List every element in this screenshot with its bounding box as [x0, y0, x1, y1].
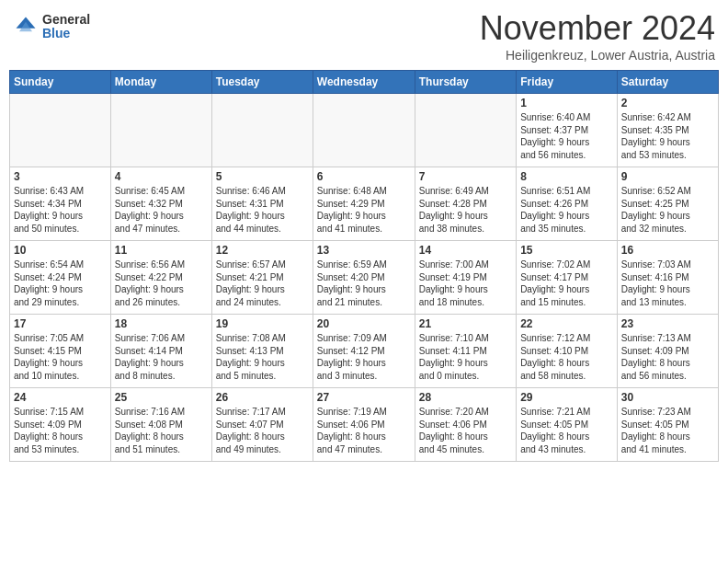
day-cell: 13Sunrise: 6:59 AM Sunset: 4:20 PM Dayli… — [313, 241, 415, 315]
day-number: 2 — [621, 97, 714, 109]
day-number: 30 — [621, 391, 714, 404]
day-number: 11 — [115, 244, 208, 257]
day-info: Sunrise: 7:19 AM Sunset: 4:06 PM Dayligh… — [317, 406, 411, 455]
day-number: 22 — [520, 317, 613, 330]
day-info: Sunrise: 7:05 AM Sunset: 4:15 PM Dayligh… — [14, 332, 107, 382]
day-info: Sunrise: 7:21 AM Sunset: 4:05 PM Dayligh… — [520, 406, 613, 455]
day-info: Sunrise: 7:15 AM Sunset: 4:09 PM Dayligh… — [14, 406, 107, 455]
day-info: Sunrise: 6:40 AM Sunset: 4:37 PM Dayligh… — [520, 111, 613, 161]
day-number: 9 — [621, 170, 714, 183]
day-number: 15 — [520, 244, 613, 257]
logo-blue: Blue — [42, 27, 90, 40]
logo-general: General — [42, 13, 90, 27]
day-info: Sunrise: 7:03 AM Sunset: 4:16 PM Dayligh… — [621, 259, 714, 308]
weekday-header-sunday: Sunday — [10, 71, 111, 94]
weekday-header-monday: Monday — [110, 71, 211, 94]
day-number: 16 — [621, 244, 714, 257]
day-cell: 4Sunrise: 6:45 AM Sunset: 4:32 PM Daylig… — [110, 167, 211, 241]
day-number: 6 — [317, 170, 411, 183]
page-header: General Blue November 2024 Heiligenkreuz… — [9, 9, 719, 63]
day-number: 28 — [419, 391, 512, 404]
day-info: Sunrise: 7:13 AM Sunset: 4:09 PM Dayligh… — [621, 332, 714, 382]
weekday-header-friday: Friday — [517, 71, 618, 94]
day-number: 17 — [14, 317, 107, 330]
day-cell: 11Sunrise: 6:56 AM Sunset: 4:22 PM Dayli… — [110, 241, 211, 315]
day-cell: 2Sunrise: 6:42 AM Sunset: 4:35 PM Daylig… — [617, 94, 718, 167]
day-info: Sunrise: 6:43 AM Sunset: 4:34 PM Dayligh… — [14, 185, 107, 235]
day-number: 13 — [317, 244, 411, 257]
day-cell: 30Sunrise: 7:23 AM Sunset: 4:05 PM Dayli… — [617, 388, 718, 462]
weekday-header-row: SundayMondayTuesdayWednesdayThursdayFrid… — [10, 71, 719, 94]
day-cell: 20Sunrise: 7:09 AM Sunset: 4:12 PM Dayli… — [313, 315, 415, 388]
week-row-3: 10Sunrise: 6:54 AM Sunset: 4:24 PM Dayli… — [10, 241, 719, 315]
weekday-header-wednesday: Wednesday — [313, 71, 415, 94]
day-cell: 8Sunrise: 6:51 AM Sunset: 4:26 PM Daylig… — [517, 167, 618, 241]
day-info: Sunrise: 7:16 AM Sunset: 4:08 PM Dayligh… — [115, 406, 208, 455]
week-row-4: 17Sunrise: 7:05 AM Sunset: 4:15 PM Dayli… — [10, 315, 719, 388]
day-number: 8 — [520, 170, 613, 183]
day-cell: 16Sunrise: 7:03 AM Sunset: 4:16 PM Dayli… — [617, 241, 718, 315]
day-cell: 17Sunrise: 7:05 AM Sunset: 4:15 PM Dayli… — [10, 315, 111, 388]
day-info: Sunrise: 6:57 AM Sunset: 4:21 PM Dayligh… — [216, 259, 309, 308]
day-number: 25 — [115, 391, 208, 404]
weekday-header-thursday: Thursday — [415, 71, 516, 94]
location: Heiligenkreuz, Lower Austria, Austria — [480, 48, 715, 63]
day-number: 24 — [14, 391, 107, 404]
day-number: 12 — [216, 244, 309, 257]
day-cell — [415, 94, 516, 167]
day-cell: 6Sunrise: 6:48 AM Sunset: 4:29 PM Daylig… — [313, 167, 415, 241]
day-number: 27 — [317, 391, 411, 404]
week-row-5: 24Sunrise: 7:15 AM Sunset: 4:09 PM Dayli… — [10, 388, 719, 462]
day-cell: 24Sunrise: 7:15 AM Sunset: 4:09 PM Dayli… — [10, 388, 111, 462]
day-cell: 18Sunrise: 7:06 AM Sunset: 4:14 PM Dayli… — [110, 315, 211, 388]
day-number: 4 — [115, 170, 208, 183]
day-cell: 12Sunrise: 6:57 AM Sunset: 4:21 PM Dayli… — [211, 241, 313, 315]
day-cell — [10, 94, 111, 167]
day-cell: 28Sunrise: 7:20 AM Sunset: 4:06 PM Dayli… — [415, 388, 516, 462]
day-cell: 7Sunrise: 6:49 AM Sunset: 4:28 PM Daylig… — [415, 167, 516, 241]
weekday-header-saturday: Saturday — [617, 71, 718, 94]
day-info: Sunrise: 6:52 AM Sunset: 4:25 PM Dayligh… — [621, 185, 714, 235]
day-info: Sunrise: 7:20 AM Sunset: 4:06 PM Dayligh… — [419, 406, 512, 455]
day-info: Sunrise: 7:00 AM Sunset: 4:19 PM Dayligh… — [419, 259, 512, 308]
day-cell: 29Sunrise: 7:21 AM Sunset: 4:05 PM Dayli… — [517, 388, 618, 462]
title-block: November 2024 Heiligenkreuz, Lower Austr… — [480, 9, 715, 63]
day-number: 19 — [216, 317, 309, 330]
logo-text: General Blue — [42, 13, 90, 41]
day-number: 29 — [520, 391, 613, 404]
day-cell: 26Sunrise: 7:17 AM Sunset: 4:07 PM Dayli… — [211, 388, 313, 462]
day-cell: 9Sunrise: 6:52 AM Sunset: 4:25 PM Daylig… — [617, 167, 718, 241]
day-info: Sunrise: 6:51 AM Sunset: 4:26 PM Dayligh… — [520, 185, 613, 235]
day-info: Sunrise: 6:42 AM Sunset: 4:35 PM Dayligh… — [621, 111, 714, 161]
day-cell: 23Sunrise: 7:13 AM Sunset: 4:09 PM Dayli… — [617, 315, 718, 388]
day-number: 26 — [216, 391, 309, 404]
day-info: Sunrise: 7:17 AM Sunset: 4:07 PM Dayligh… — [216, 406, 309, 455]
day-number: 18 — [115, 317, 208, 330]
day-number: 3 — [14, 170, 107, 183]
day-cell: 25Sunrise: 7:16 AM Sunset: 4:08 PM Dayli… — [110, 388, 211, 462]
day-info: Sunrise: 7:09 AM Sunset: 4:12 PM Dayligh… — [317, 332, 411, 382]
day-cell: 5Sunrise: 6:46 AM Sunset: 4:31 PM Daylig… — [211, 167, 313, 241]
day-cell: 21Sunrise: 7:10 AM Sunset: 4:11 PM Dayli… — [415, 315, 516, 388]
day-number: 7 — [419, 170, 512, 183]
day-cell: 1Sunrise: 6:40 AM Sunset: 4:37 PM Daylig… — [517, 94, 618, 167]
day-number: 10 — [14, 244, 107, 257]
day-number: 5 — [216, 170, 309, 183]
day-info: Sunrise: 7:06 AM Sunset: 4:14 PM Dayligh… — [115, 332, 208, 382]
week-row-1: 1Sunrise: 6:40 AM Sunset: 4:37 PM Daylig… — [10, 94, 719, 167]
day-info: Sunrise: 6:45 AM Sunset: 4:32 PM Dayligh… — [115, 185, 208, 235]
day-cell: 3Sunrise: 6:43 AM Sunset: 4:34 PM Daylig… — [10, 167, 111, 241]
day-info: Sunrise: 6:49 AM Sunset: 4:28 PM Dayligh… — [419, 185, 512, 235]
day-cell: 15Sunrise: 7:02 AM Sunset: 4:17 PM Dayli… — [517, 241, 618, 315]
day-info: Sunrise: 6:59 AM Sunset: 4:20 PM Dayligh… — [317, 259, 411, 308]
day-cell: 10Sunrise: 6:54 AM Sunset: 4:24 PM Dayli… — [10, 241, 111, 315]
day-number: 20 — [317, 317, 411, 330]
day-info: Sunrise: 7:12 AM Sunset: 4:10 PM Dayligh… — [520, 332, 613, 382]
day-cell — [313, 94, 415, 167]
day-info: Sunrise: 7:08 AM Sunset: 4:13 PM Dayligh… — [216, 332, 309, 382]
day-info: Sunrise: 6:48 AM Sunset: 4:29 PM Dayligh… — [317, 185, 411, 235]
day-number: 23 — [621, 317, 714, 330]
day-info: Sunrise: 6:54 AM Sunset: 4:24 PM Dayligh… — [14, 259, 107, 308]
weekday-header-tuesday: Tuesday — [211, 71, 313, 94]
day-info: Sunrise: 6:56 AM Sunset: 4:22 PM Dayligh… — [115, 259, 208, 308]
